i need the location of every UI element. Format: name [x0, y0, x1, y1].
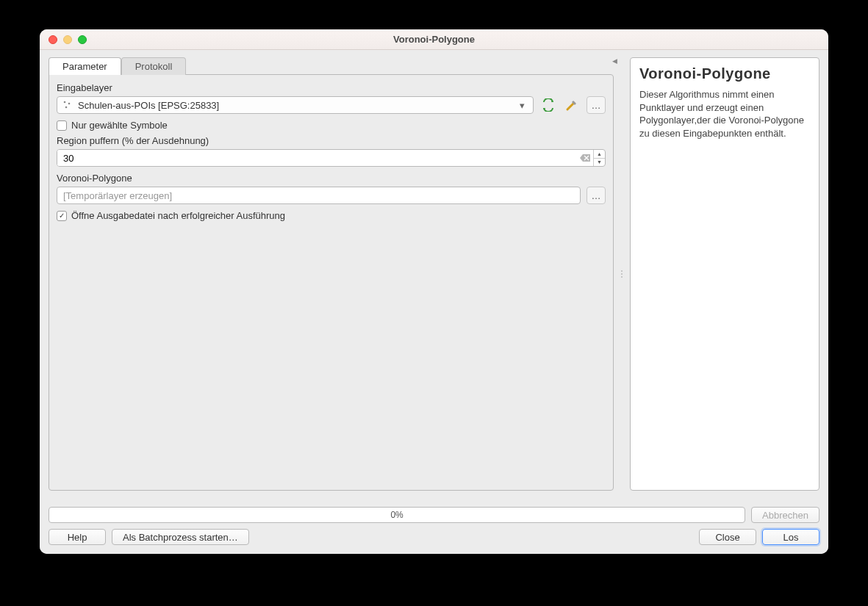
progress-bar: 0% — [49, 507, 745, 523]
help-button[interactable]: Help — [49, 529, 106, 545]
region-input[interactable] — [57, 150, 577, 166]
nur-gewaehlt-checkbox[interactable] — [57, 120, 67, 131]
region-spinbox[interactable]: ▲ ▼ — [57, 149, 606, 167]
open-after-label: Öffne Ausgabedatei nach erfolgreicher Au… — [71, 210, 285, 221]
iterate-button[interactable] — [539, 96, 557, 114]
voronoi-output-placeholder: [Temporärlayer erzeugen] — [63, 190, 172, 201]
spin-up-icon[interactable]: ▲ — [594, 150, 605, 159]
parameter-wrap: ◀ Parameter Protokoll Eingabelayer Schul… — [49, 57, 614, 491]
progress-row: 0% Abbrechen — [49, 507, 819, 523]
eingabelayer-value: Schulen-aus-POIs [EPSG:25833] — [78, 100, 515, 111]
svg-point-2 — [65, 107, 68, 109]
eingabelayer-combo[interactable]: Schulen-aus-POIs [EPSG:25833] ▾ — [57, 96, 534, 114]
voronoi-output-field[interactable]: [Temporärlayer erzeugen] — [57, 187, 581, 204]
eingabelayer-label: Eingabelayer — [57, 82, 606, 93]
spin-arrows: ▲ ▼ — [593, 150, 605, 166]
tab-bar: Parameter Protokoll — [49, 57, 614, 75]
close-window-icon[interactable] — [49, 35, 57, 44]
voronoi-output-label: Voronoi-Polygone — [57, 173, 606, 184]
tab-parameter[interactable]: Parameter — [49, 57, 121, 75]
spin-down-icon[interactable]: ▼ — [594, 159, 605, 167]
batch-button[interactable]: Als Batchprozess starten… — [112, 529, 249, 545]
minimize-window-icon[interactable] — [63, 35, 72, 44]
tab-protokoll[interactable]: Protokoll — [121, 57, 187, 75]
dialog-window: Voronoi-Polygone ◀ Parameter Protokoll E… — [40, 29, 828, 554]
splitter-handle[interactable] — [620, 57, 624, 491]
clear-value-icon[interactable] — [577, 150, 593, 166]
titlebar: Voronoi-Polygone — [40, 29, 828, 50]
main-row: ◀ Parameter Protokoll Eingabelayer Schul… — [49, 57, 819, 491]
nur-gewaehlt-row[interactable]: Nur gewählte Symbole — [57, 120, 606, 131]
svg-point-0 — [64, 101, 66, 104]
point-layer-icon — [62, 99, 73, 111]
window-title: Voronoi-Polygone — [40, 34, 828, 45]
progress-text: 0% — [390, 510, 403, 520]
advanced-options-button[interactable] — [563, 96, 581, 114]
zoom-window-icon[interactable] — [78, 35, 87, 44]
nur-gewaehlt-label: Nur gewählte Symbole — [71, 120, 168, 131]
dialog-body: ◀ Parameter Protokoll Eingabelayer Schul… — [40, 50, 828, 554]
run-button[interactable]: Los — [762, 529, 819, 545]
region-label: Region puffern (% der Ausdehnung) — [57, 135, 606, 146]
eingabelayer-row: Schulen-aus-POIs [EPSG:25833] ▾ … — [57, 96, 606, 114]
window-controls — [49, 35, 87, 44]
voronoi-output-browse-button[interactable]: … — [587, 187, 606, 204]
open-after-checkbox[interactable]: ✓ — [57, 211, 67, 221]
voronoi-output-row: [Temporärlayer erzeugen] … — [57, 187, 606, 204]
help-panel: Voronoi-Polygone Dieser Algorithmus nimm… — [630, 57, 819, 491]
eingabelayer-browse-button[interactable]: … — [587, 96, 606, 114]
button-row: Help Als Batchprozess starten… Close Los — [49, 529, 819, 545]
close-button[interactable]: Close — [699, 529, 756, 545]
region-row: ▲ ▼ — [57, 149, 606, 167]
cancel-button[interactable]: Abbrechen — [751, 507, 819, 523]
help-body: Dieser Algorithmus nimmt einen Punktlaye… — [639, 88, 810, 140]
svg-point-1 — [68, 103, 71, 105]
open-after-row[interactable]: ✓ Öffne Ausgabedatei nach erfolgreicher … — [57, 210, 606, 221]
chevron-down-icon: ▾ — [515, 100, 528, 111]
help-title: Voronoi-Polygone — [639, 65, 810, 82]
parameter-panel: Eingabelayer Schulen-aus-POIs [EPSG:2583… — [49, 74, 614, 491]
